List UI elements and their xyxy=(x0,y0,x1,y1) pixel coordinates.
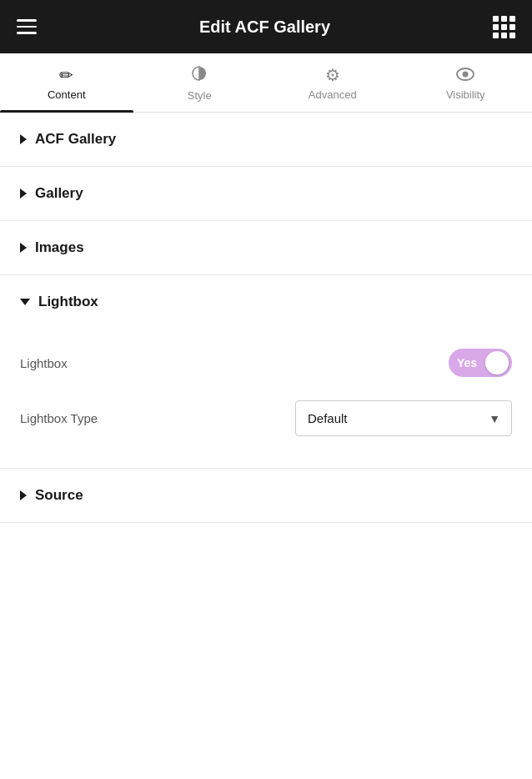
section-lightbox-title: Lightbox xyxy=(38,294,98,310)
tab-content[interactable]: ✏ Content xyxy=(0,53,133,112)
lightbox-toggle-label: Lightbox xyxy=(20,356,68,370)
section-gallery-header[interactable]: Gallery xyxy=(0,167,532,220)
lightbox-toggle[interactable]: Yes xyxy=(449,349,512,377)
gear-icon: ⚙ xyxy=(325,67,340,83)
hamburger-menu-button[interactable] xyxy=(17,19,37,34)
header: Edit ACF Gallery xyxy=(0,0,532,53)
section-acf-gallery: ACF Gallery xyxy=(0,113,532,167)
tab-bar: ✏ Content Style ⚙ Advanced Visibility xyxy=(0,53,532,113)
section-source-title: Source xyxy=(35,487,83,504)
lightbox-type-row: Lightbox Type Default Custom ▼ xyxy=(20,389,512,448)
lightbox-type-label: Lightbox Type xyxy=(20,411,98,425)
chevron-right-icon xyxy=(20,490,27,500)
section-images-title: Images xyxy=(35,239,84,256)
eye-icon xyxy=(456,67,474,83)
toggle-circle xyxy=(485,351,509,374)
section-source: Source xyxy=(0,469,532,523)
page-title: Edit ACF Gallery xyxy=(199,18,330,37)
main-content: ACF Gallery Gallery Images Lightbox Ligh… xyxy=(0,113,532,523)
lightbox-toggle-value: Yes xyxy=(457,356,477,369)
chevron-right-icon xyxy=(20,243,27,253)
section-source-header[interactable]: Source xyxy=(0,469,532,522)
svg-point-1 xyxy=(463,71,469,77)
lightbox-type-select-wrapper: Default Custom ▼ xyxy=(295,400,512,436)
section-images: Images xyxy=(0,221,532,275)
half-circle-icon xyxy=(191,65,208,84)
chevron-right-icon xyxy=(20,134,27,144)
section-gallery-title: Gallery xyxy=(35,185,83,202)
lightbox-content: Lightbox Yes Lightbox Type Default Custo… xyxy=(0,329,532,468)
tab-advanced-label: Advanced xyxy=(309,88,357,101)
section-images-header[interactable]: Images xyxy=(0,221,532,274)
tab-advanced[interactable]: ⚙ Advanced xyxy=(266,53,399,112)
section-lightbox: Lightbox Lightbox Yes Lightbox Type Defa… xyxy=(0,275,532,469)
section-acf-gallery-title: ACF Gallery xyxy=(35,131,116,148)
tab-style[interactable]: Style xyxy=(133,53,267,112)
section-lightbox-header[interactable]: Lightbox xyxy=(0,275,532,329)
tab-style-label: Style xyxy=(188,89,212,102)
apps-grid-button[interactable] xyxy=(493,16,515,38)
tab-content-label: Content xyxy=(48,88,86,101)
chevron-right-icon xyxy=(20,188,27,199)
tab-visibility-label: Visibility xyxy=(446,88,485,101)
section-gallery: Gallery xyxy=(0,167,532,221)
pencil-icon: ✏ xyxy=(59,67,73,83)
lightbox-type-select[interactable]: Default Custom xyxy=(295,400,512,436)
chevron-down-icon xyxy=(20,299,30,305)
lightbox-toggle-row: Lightbox Yes xyxy=(20,337,512,389)
section-acf-gallery-header[interactable]: ACF Gallery xyxy=(0,113,532,166)
tab-visibility[interactable]: Visibility xyxy=(399,53,533,112)
